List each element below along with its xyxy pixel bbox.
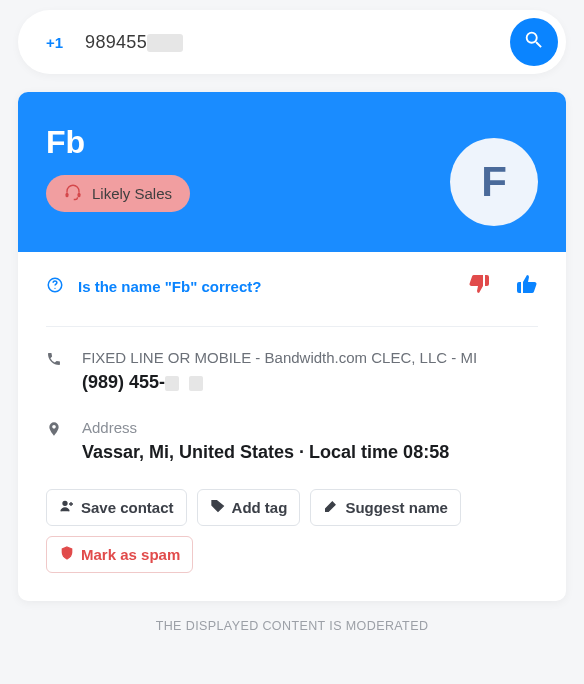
svg-rect-1 [78,193,81,198]
search-bar: +1 989455 [18,10,566,74]
add-tag-button[interactable]: Add tag [197,489,301,526]
thumbs-down-button[interactable] [468,272,492,300]
name-verify-row: Is the name "Fb" correct? [46,272,538,327]
country-code[interactable]: +1 [46,34,63,51]
save-contact-button[interactable]: Save contact [46,489,187,526]
address-label: Address [82,419,538,436]
phone-masked-2 [189,376,203,391]
vote-actions [468,272,538,300]
edit-icon [323,498,339,517]
svg-point-4 [63,501,67,505]
phone-masked-1 [165,376,179,391]
search-value-masked [147,34,183,52]
headset-icon [64,183,82,204]
name-verify-prompt[interactable]: Is the name "Fb" correct? [46,276,261,297]
location-icon [46,419,64,463]
svg-rect-0 [66,193,69,198]
thumbs-down-icon [468,282,492,299]
shield-icon [59,545,75,564]
tag-icon [210,498,226,517]
suggest-name-label: Suggest name [345,499,448,516]
search-value-visible: 989455 [85,32,147,52]
address-row: Address Vassar, Mi, United States · Loca… [46,419,538,463]
name-verify-text: Is the name "Fb" correct? [78,278,261,295]
svg-point-3 [54,287,55,288]
search-input[interactable]: 989455 [85,32,510,53]
suggest-name-button[interactable]: Suggest name [310,489,461,526]
question-icon [46,276,64,297]
address-value: Vassar, Mi, United States · Local time 0… [82,442,538,463]
svg-point-5 [213,502,215,504]
category-badge: Likely Sales [46,175,190,212]
thumbs-up-icon [514,282,538,299]
phone-visible: (989) 455- [82,372,165,392]
carrier-text: FIXED LINE OR MOBILE - Bandwidth.com CLE… [82,349,538,366]
save-contact-label: Save contact [81,499,174,516]
add-tag-label: Add tag [232,499,288,516]
mark-spam-label: Mark as spam [81,546,180,563]
action-buttons: Save contact Add tag Suggest name Mark a… [46,489,538,601]
card-body: Is the name "Fb" correct? [18,252,566,601]
phone-icon [46,349,64,393]
avatar: F [450,138,538,226]
mark-spam-button[interactable]: Mark as spam [46,536,193,573]
footer-note: THE DISPLAYED CONTENT IS MODERATED [18,601,566,641]
search-button[interactable] [510,18,558,66]
svg-point-6 [65,551,68,554]
phone-row: FIXED LINE OR MOBILE - Bandwidth.com CLE… [46,349,538,393]
person-plus-icon [59,498,75,517]
profile-card: Fb Likely Sales F Is the name "Fb" corre… [18,92,566,601]
category-label: Likely Sales [92,185,172,202]
card-header: Fb Likely Sales F [18,92,566,252]
phone-number: (989) 455- [82,372,538,393]
search-icon [523,29,545,55]
thumbs-up-button[interactable] [514,272,538,300]
